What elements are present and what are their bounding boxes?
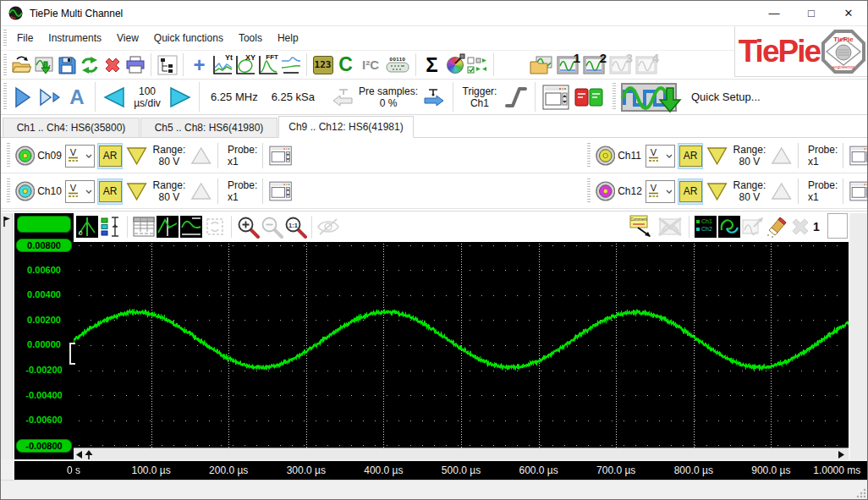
coupling-select[interactable]: V <box>65 145 95 168</box>
sample-rate-value[interactable]: 6.25 MHz <box>211 91 258 103</box>
add-meter-button[interactable]: 123 <box>311 53 334 76</box>
comment-tool-button[interactable]: Comment <box>629 215 656 239</box>
time-axis[interactable]: 0 s100.0 µs200.0 µs300.0 µs400.0 µs500.0… <box>14 461 868 481</box>
open-button[interactable] <box>9 53 32 76</box>
autorange-button[interactable]: AR <box>97 179 123 205</box>
scope-canvas[interactable] <box>74 242 849 448</box>
menu-quick-functions[interactable]: Quick functions <box>146 28 231 48</box>
object-tree-button[interactable] <box>156 53 179 76</box>
channel-offsets-button[interactable] <box>99 215 123 239</box>
autosetup-button[interactable]: A <box>63 83 91 112</box>
horizontal-scroll-strip[interactable] <box>74 448 849 459</box>
save-data-button[interactable] <box>32 53 55 76</box>
setfile-2-button[interactable]: 2 <box>580 53 607 76</box>
menu-help[interactable]: Help <box>270 28 306 48</box>
graph-right-scrollarea[interactable] <box>849 213 868 459</box>
hide-trace-button[interactable] <box>316 215 340 239</box>
presamples-decrease-button[interactable] <box>328 83 357 112</box>
range-decrease-button[interactable] <box>706 179 728 204</box>
select-region-button[interactable] <box>203 215 227 239</box>
channel-connector-icon[interactable] <box>596 180 616 202</box>
presamples-increase-button[interactable] <box>420 83 448 112</box>
print-button[interactable] <box>124 53 146 76</box>
tab-ch9-ch12[interactable]: Ch9 .. Ch12: HS6(41981) <box>278 116 414 138</box>
channel-connector-icon[interactable] <box>596 145 616 167</box>
open-setfile-button[interactable] <box>528 53 554 76</box>
channel-toggle-button[interactable] <box>572 82 606 113</box>
range-decrease-button[interactable] <box>125 143 148 168</box>
graph-mode-button[interactable] <box>156 215 179 239</box>
drag-handle[interactable] <box>587 143 591 168</box>
range-increase-button[interactable] <box>190 179 212 203</box>
drag-handle[interactable] <box>587 179 591 204</box>
close-button[interactable]: ✕ <box>830 1 867 25</box>
process-list-button[interactable] <box>466 53 489 76</box>
resize-grip[interactable] <box>855 487 867 499</box>
coupling-select[interactable]: V <box>646 145 675 168</box>
graph-left-splitter[interactable] <box>1 213 13 459</box>
presamples-value[interactable]: Pre samples: 0 % <box>357 85 420 109</box>
export-graph-button[interactable] <box>741 215 765 239</box>
zoom-reset-button[interactable]: 1:1 <box>283 215 307 239</box>
setfile-4-button[interactable]: 4 <box>633 53 659 76</box>
toolbar-grip[interactable] <box>3 54 7 75</box>
value-table-button[interactable] <box>132 215 156 239</box>
i2c-analyzer-button[interactable]: I²C <box>357 53 384 76</box>
setfile-3-button[interactable]: 3 <box>607 53 633 76</box>
pan-left-icon[interactable] <box>75 450 97 459</box>
oneshot-button[interactable] <box>36 83 63 112</box>
add-measure-graph-button[interactable] <box>279 53 302 76</box>
channel-connector-icon[interactable] <box>15 180 36 202</box>
add-yt-graph-button[interactable]: Yt <box>211 53 233 76</box>
channel-settings-button[interactable] <box>269 145 292 167</box>
tab-ch5-ch8[interactable]: Ch5 .. Ch8: HS6(41980) <box>140 118 277 138</box>
drag-handle[interactable] <box>7 179 10 204</box>
clear-markers-button[interactable] <box>788 215 812 239</box>
title-bar[interactable]: TiePie Multi Channel — □ ✕ <box>1 1 867 26</box>
range-decrease-button[interactable] <box>706 143 728 168</box>
menu-view[interactable]: View <box>109 28 146 48</box>
zoom-in-button[interactable] <box>236 215 260 239</box>
serial-analyzer-button[interactable]: 00110 <box>384 53 411 76</box>
envelope-mode-button[interactable] <box>179 215 203 239</box>
axis-zero-button[interactable]: 0 <box>75 215 99 239</box>
tab-ch1-ch4[interactable]: Ch1 .. Ch4: HS6(35800) <box>3 118 140 138</box>
start-button[interactable] <box>9 83 36 112</box>
channel-settings-button[interactable] <box>849 180 868 202</box>
math-sum-button[interactable]: Σ <box>420 53 443 76</box>
maximize-button[interactable]: □ <box>793 1 830 25</box>
setfile-1-button[interactable]: 1 <box>554 53 580 76</box>
remove-image-button[interactable] <box>656 215 684 239</box>
toolbar-grip[interactable] <box>3 30 7 47</box>
delete-button[interactable] <box>101 53 124 76</box>
timebase-value[interactable]: 100 µs/div <box>129 85 166 109</box>
drag-handle[interactable] <box>7 143 10 168</box>
plot-area[interactable] <box>74 242 849 448</box>
timebase-decrease-button[interactable] <box>100 83 129 112</box>
trace-style-button[interactable] <box>717 215 741 239</box>
channel-settings-button[interactable] <box>849 145 868 167</box>
trigger-level-marker[interactable] <box>69 342 77 365</box>
range-increase-button[interactable] <box>190 144 212 168</box>
add-object-button[interactable]: + <box>188 53 211 76</box>
trigger-source[interactable]: Trigger: Ch1 <box>458 85 502 109</box>
trigger-edge-button[interactable] <box>502 83 530 112</box>
autorange-button[interactable]: AR <box>678 179 703 205</box>
pan-right-icon[interactable] <box>837 450 845 459</box>
menu-instruments[interactable]: Instruments <box>41 28 109 48</box>
refresh-button[interactable] <box>78 53 101 76</box>
channel-connector-icon[interactable] <box>15 145 36 167</box>
range-decrease-button[interactable] <box>125 179 148 204</box>
minimize-button[interactable]: — <box>755 1 793 25</box>
range-increase-button[interactable] <box>771 179 792 203</box>
menu-tools[interactable]: Tools <box>231 28 270 48</box>
add-xy-graph-button[interactable]: XY <box>233 53 256 76</box>
zoom-out-button[interactable] <box>260 215 283 239</box>
coupling-select[interactable]: V <box>65 180 95 203</box>
legend-button[interactable]: Ch1 Ch2 <box>694 215 717 239</box>
color-scheme-button[interactable] <box>443 53 466 76</box>
toolbar-grip[interactable] <box>3 83 7 111</box>
eraser-button[interactable] <box>765 215 788 239</box>
autorange-button[interactable]: AR <box>97 143 123 169</box>
trigger-dialog-button[interactable] <box>540 82 572 113</box>
